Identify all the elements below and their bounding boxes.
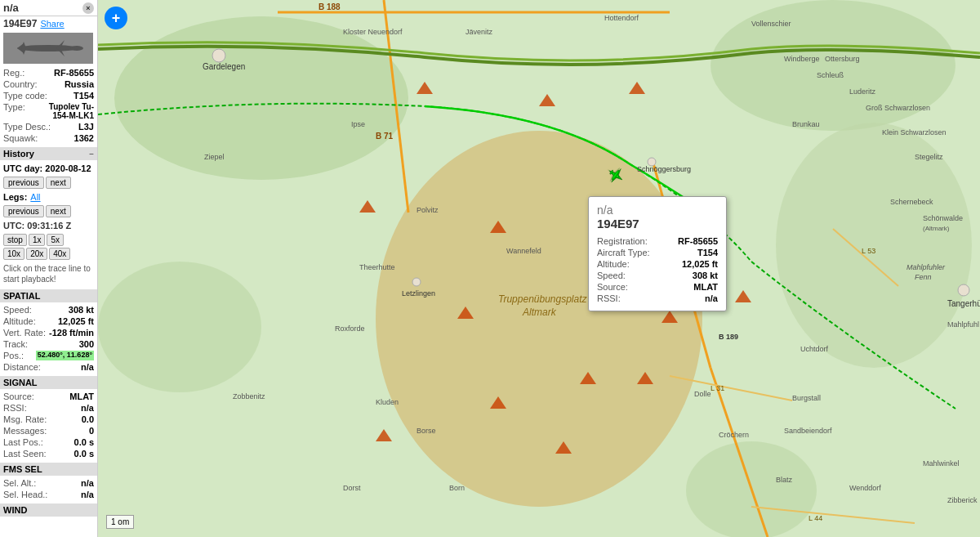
type-code-row: Type code: T154: [3, 90, 94, 101]
svg-text:Mahlpfuhl: Mahlpfuhl: [947, 320, 979, 329]
svg-text:Zobbenitz: Zobbenitz: [233, 392, 265, 401]
sel-alt-row: Sel. Alt.: n/a: [3, 477, 94, 489]
svg-text:Kluden: Kluden: [376, 398, 399, 406]
map-container[interactable]: Truppenübungsplatz Altmark B 188 B 71 B …: [98, 0, 980, 537]
5x-button[interactable]: 5x: [47, 234, 64, 246]
svg-point-8: [114, 16, 408, 180]
messages-row: Messages: 0: [3, 425, 94, 436]
source-row: Source: MLAT: [3, 391, 94, 402]
svg-text:Stegelitz: Stegelitz: [915, 153, 943, 161]
svg-text:Klein Schwarzlosen: Klein Schwarzlosen: [882, 128, 947, 136]
stop-button[interactable]: stop: [3, 234, 27, 246]
flight-id-row: 194E97 Share: [0, 16, 97, 31]
svg-text:B 189: B 189: [719, 333, 738, 341]
day-nav-row: previous next: [3, 177, 94, 189]
map-svg: Truppenübungsplatz Altmark B 188 B 71 B …: [98, 0, 980, 537]
distance-row: Distance: n/a: [3, 361, 94, 373]
svg-text:Fenn: Fenn: [915, 273, 932, 281]
svg-text:Vollenschier: Vollenschier: [751, 20, 791, 28]
utc-time-display: UTC: 09:31:16 Z: [3, 219, 94, 232]
signal-label: SIGNAL: [3, 378, 38, 387]
playback-buttons-2: 10x 20x 40x: [3, 248, 94, 260]
svg-point-1: [70, 46, 83, 51]
aircraft-info-table: Reg.: RF-85655 Country: Russia Type code…: [0, 65, 97, 145]
popup-type-row: Aircraft Type: T154: [597, 247, 718, 258]
map-label-truppenubungsplatz: Truppenübungsplatz: [498, 293, 588, 305]
type-desc-row: Type Desc.: L3J: [3, 121, 94, 132]
signal-section-header: SIGNAL: [0, 376, 97, 389]
aircraft-silhouette-svg: [11, 37, 85, 60]
svg-text:Polvitz: Polvitz: [416, 206, 439, 214]
altitude-row: Altitude: 12,025 ft: [3, 315, 94, 327]
svg-text:Hottendorf: Hottendorf: [604, 14, 639, 22]
svg-text:Burgstall: Burgstall: [792, 394, 821, 402]
legs-all-link[interactable]: All: [30, 192, 40, 202]
wind-section-header: WIND: [0, 503, 97, 517]
svg-text:(Altmark): (Altmark): [923, 225, 950, 232]
vert-rate-row: Vert. Rate: -128 ft/min: [3, 327, 94, 338]
svg-text:Brunkau: Brunkau: [792, 120, 820, 128]
svg-text:Ipse: Ipse: [351, 120, 365, 128]
svg-text:Borse: Borse: [416, 427, 436, 435]
10x-button[interactable]: 10x: [3, 248, 24, 260]
svg-text:Jävenitz: Jävenitz: [466, 28, 493, 36]
spatial-section-header: SPATIAL: [0, 289, 97, 302]
svg-text:Letzlingen: Letzlingen: [402, 289, 435, 298]
20x-button[interactable]: 20x: [26, 248, 47, 260]
add-flight-button[interactable]: +: [105, 7, 127, 29]
spatial-label: SPATIAL: [3, 291, 40, 301]
svg-text:Ziepel: Ziepel: [204, 153, 225, 161]
svg-text:Wannefeld: Wannefeld: [506, 247, 541, 255]
svg-text:L 31: L 31: [710, 384, 724, 392]
reg-row: Reg.: RF-85655: [3, 67, 94, 78]
callsign-display: n/a: [3, 2, 19, 14]
svg-text:Schönwalde: Schönwalde: [923, 214, 963, 222]
svg-text:L 53: L 53: [862, 247, 875, 255]
svg-text:Mahlwinkel: Mahlwinkel: [923, 459, 960, 468]
svg-point-51: [412, 278, 421, 286]
history-minimize-button[interactable]: −: [89, 150, 94, 159]
svg-text:Schernebeck: Schernebeck: [890, 198, 933, 206]
scale-bar: 1 om: [106, 515, 134, 529]
svg-text:Sandbeiendorf: Sandbeiendorf: [784, 427, 832, 435]
click-trace-hint: Click on the trace line to start playbac…: [3, 262, 94, 286]
fms-label: FMS SEL: [3, 464, 42, 474]
squawk-row: Squawk: 1362: [3, 132, 94, 144]
flight-id: 194E97: [3, 18, 37, 29]
close-button[interactable]: ×: [82, 2, 94, 14]
40x-button[interactable]: 40x: [49, 248, 70, 260]
svg-text:B 71: B 71: [376, 132, 394, 141]
svg-text:Schleuß: Schleuß: [817, 71, 844, 79]
last-seen-row: Last Seen: 0.0 s: [3, 448, 94, 459]
fms-section-header: FMS SEL: [0, 463, 97, 476]
svg-point-27: [212, 49, 225, 62]
svg-text:Uchtdorf: Uchtdorf: [800, 345, 829, 353]
svg-text:Mahlpfuhler: Mahlpfuhler: [906, 263, 946, 271]
1x-button[interactable]: 1x: [29, 234, 46, 246]
svg-point-11: [98, 262, 261, 392]
signal-content: Source: MLAT RSSI: n/a Msg. Rate: 0.0 Me…: [0, 389, 97, 461]
next-leg-button[interactable]: next: [46, 205, 71, 217]
svg-text:Windberge: Windberge: [784, 55, 820, 63]
svg-text:Schnöggersburg: Schnöggersburg: [637, 165, 691, 173]
track-row: Track: 300: [3, 338, 94, 350]
scale-label: 1 om: [111, 517, 129, 526]
playback-buttons: stop 1x 5x: [3, 234, 94, 246]
svg-text:Dolle: Dolle: [694, 390, 711, 398]
svg-text:Ottersburg: Ottersburg: [825, 55, 860, 63]
popup-callsign: n/a: [597, 204, 718, 217]
svg-point-13: [376, 131, 702, 507]
popup-speed-row: Speed: 308 kt: [597, 270, 718, 281]
sidebar: n/a × 194E97 Share: [0, 0, 98, 537]
rssi-row: RSSI: n/a: [3, 402, 94, 414]
sel-head-row: Sel. Head.: n/a: [3, 489, 94, 500]
popup-rssi-row: RSSI: n/a: [597, 293, 718, 304]
previous-day-button[interactable]: previous: [3, 177, 44, 189]
next-day-button[interactable]: next: [46, 177, 71, 189]
svg-text:B 188: B 188: [318, 2, 341, 11]
previous-leg-button[interactable]: previous: [3, 205, 44, 217]
country-row: Country: Russia: [3, 78, 94, 90]
share-link[interactable]: Share: [40, 19, 64, 29]
svg-text:Dorst: Dorst: [343, 484, 361, 492]
svg-text:Luderitz: Luderitz: [849, 87, 876, 96]
